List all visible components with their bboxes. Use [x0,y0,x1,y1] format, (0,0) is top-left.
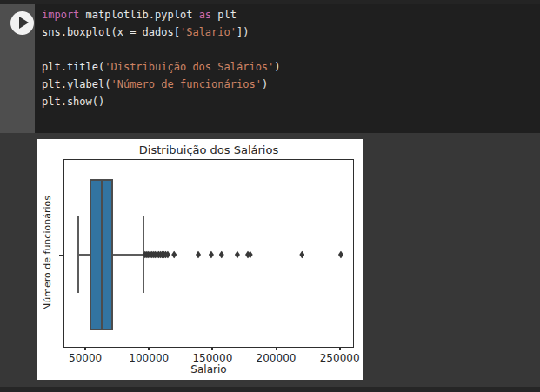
code-token-string: 'Salario' [180,26,237,38]
code-token-plain: plt [211,9,237,21]
code-token-plain: ) [262,78,268,90]
x-tick-label: 200000 [257,352,297,364]
code-token-plain: plt.title( [42,61,104,73]
x-tick-mark [211,347,213,350]
x-axis-label: Salario [63,363,354,375]
outlier-point [196,251,201,259]
cell-gutter [0,4,35,133]
matplotlib-figure: Distribuição dos Salários Número de func… [37,139,363,380]
code-line: plt.ylabel('Número de funcionários') [42,76,540,93]
play-icon [19,17,29,29]
code-token-plain: plt.show() [42,96,104,108]
x-tick-mark [148,347,150,350]
chart-title: Distribuição dos Salários [63,143,354,156]
code-token-plain: matplotlib.pyplot [79,9,198,21]
notebook-view: import matplotlib.pyplot as pltsns.boxpl… [0,0,540,392]
output-area: Distribuição dos Salários Número de func… [0,133,540,387]
outlier-point [235,251,240,259]
x-tick-mark [339,347,341,350]
x-tick-mark [84,347,86,350]
x-tick-label: 50000 [69,352,102,364]
code-line: import matplotlib.pyplot as plt [42,6,540,23]
code-token-keyword: as [199,9,211,21]
code-token-plain: ) [274,61,280,73]
code-token-string: 'Número de funcionários' [110,78,261,90]
y-axis-label: Número de funcionários [42,196,53,310]
code-token-plain: plt.ylabel( [42,78,110,90]
code-token-string: 'Distribuição dos Salários' [104,61,274,73]
x-tick-label: 250000 [320,352,360,364]
outlier-point [209,251,214,259]
whisker-cap-low [77,216,79,292]
code-line: plt.show() [42,93,540,110]
code-line: plt.title('Distribuição dos Salários') [42,58,540,76]
x-tick-label: 150000 [192,352,232,364]
x-tick-label: 100000 [129,352,169,364]
code-token-plain: sns.boxplot(x = dados[ [42,26,180,38]
outlier-point [219,251,224,259]
bottom-divider [0,387,540,392]
code-line: sns.boxplot(x = dados['Salario']) [42,23,540,41]
run-cell-button[interactable] [10,11,34,35]
code-token-keyword: import [42,9,79,21]
outlier-point [171,251,177,259]
code-editor[interactable]: import matplotlib.pyplot as pltsns.boxpl… [35,4,540,133]
outlier-point [338,251,343,259]
plot-axes: 50000100000150000200000250000 [63,159,354,348]
code-token-plain: ]) [237,26,249,38]
whisker-line-right [113,254,144,256]
median-line [101,179,103,330]
whisker-line-left [78,254,90,256]
outlier-point [299,251,304,259]
code-line [42,41,540,58]
x-tick-mark [276,347,277,350]
code-cell: import matplotlib.pyplot as pltsns.boxpl… [0,4,540,133]
